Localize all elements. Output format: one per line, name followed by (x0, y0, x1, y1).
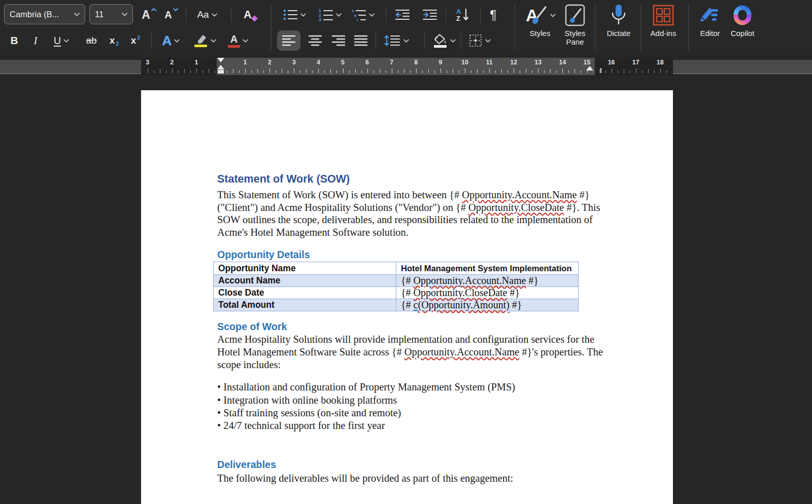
strikethrough-button[interactable]: ab (79, 29, 104, 52)
font-name-combo[interactable]: Cambria (B... (4, 4, 85, 24)
merge-field: Opportunity.Account.Name (414, 275, 526, 286)
show-paragraph-marks-button[interactable]: ¶ (483, 5, 503, 24)
italic-button[interactable]: I (26, 29, 45, 52)
justify-button[interactable] (350, 30, 371, 51)
chevron-down-icon (450, 39, 456, 43)
ruler-tick (593, 70, 594, 73)
ruler-number: 6 (362, 59, 373, 66)
ruler-tick (190, 70, 191, 73)
bullet-item: 24/7 technical support for the first yea… (217, 419, 595, 432)
separator (480, 7, 481, 22)
table-value-cell[interactable]: Hotel Management System Implementation (396, 262, 579, 275)
copilot-label: Copilot (731, 29, 755, 38)
ruler-tick (209, 69, 209, 73)
borders-button[interactable] (464, 29, 495, 52)
chevron-down-icon (403, 39, 409, 43)
separator (461, 31, 461, 49)
ruler-tick (215, 70, 215, 73)
ruler-tick (465, 68, 465, 73)
text-run: {# (401, 275, 414, 286)
ruler-number: 13 (533, 59, 543, 66)
styles-pane-button[interactable]: Styles Pane (559, 3, 591, 53)
table-label-cell[interactable]: Opportunity Name (214, 262, 396, 275)
increase-indent-button[interactable] (417, 5, 443, 24)
font-color-button[interactable]: A (222, 29, 254, 52)
shrink-font-button[interactable]: A (160, 5, 183, 24)
ruler-tick (336, 70, 337, 73)
shading-button[interactable] (428, 29, 460, 52)
ruler-tick (556, 70, 557, 73)
addins-button[interactable]: Add-ins (647, 3, 680, 53)
borders-icon (468, 33, 483, 48)
sort-button[interactable]: A Z (450, 5, 475, 24)
chevron-down-icon (74, 13, 80, 16)
doc-heading: Deliverables (217, 459, 595, 470)
first-line-indent-marker[interactable] (217, 58, 224, 62)
align-center-icon (308, 34, 323, 47)
doc-heading: Statement of Work (SOW) (217, 171, 595, 187)
ruler-tick (300, 70, 300, 73)
numbering-button[interactable]: 123 (315, 5, 345, 24)
superscript-button[interactable]: x 2 (125, 29, 146, 52)
bold-button[interactable]: B (4, 29, 24, 52)
copilot-button[interactable]: Copilot (726, 3, 759, 53)
multilevel-list-button[interactable]: 1ai (347, 5, 379, 24)
sort-az-icon: A Z (455, 8, 469, 22)
text-run: Acme's Hotel Management Software solutio… (217, 227, 409, 238)
text-run: scope includes: (217, 359, 281, 370)
dictate-button[interactable]: Dictate (602, 3, 635, 53)
table-value-cell[interactable]: {# Opportunity.CloseDate #} (396, 287, 579, 299)
grow-font-button[interactable]: A (138, 5, 160, 24)
doc-line: Acme's Hotel Management Software solutio… (217, 226, 595, 239)
ruler-tick (282, 69, 282, 73)
pink-diamond-icon (251, 15, 258, 22)
change-case-button[interactable]: Aa (192, 5, 222, 24)
subscript-button[interactable]: x 2 (104, 29, 125, 52)
ruler-tick (422, 70, 423, 73)
document-page[interactable]: Statement of Work (SOW)This Statement of… (141, 90, 673, 504)
align-left-button[interactable] (277, 30, 300, 51)
ruler-tick (495, 70, 496, 73)
clear-formatting-button[interactable]: A (238, 5, 263, 24)
ruler-tick (459, 70, 459, 73)
text-effects-button[interactable]: A (155, 29, 187, 52)
numbered-list-icon: 123 (318, 8, 333, 21)
align-center-button[interactable] (304, 30, 326, 51)
font-size-combo[interactable]: 11 (89, 4, 133, 24)
styles-button[interactable]: A Styles (520, 3, 560, 53)
editor-button[interactable]: Editor (694, 3, 726, 53)
svg-text:3: 3 (319, 17, 321, 21)
merge-field: Opportunity.CloseDate (468, 202, 564, 213)
table-label-cell[interactable]: Total Amount (214, 299, 396, 311)
ruler-tick (294, 68, 294, 73)
styles-label: Styles (530, 29, 551, 38)
doc-paragraph: This Statement of Work (SOW) is entered … (217, 189, 595, 238)
align-left-icon (281, 34, 296, 47)
doc-content: Statement of Work (SOW)This Statement of… (217, 171, 595, 484)
table-label-cell[interactable]: Close Date (214, 287, 396, 299)
underline-button[interactable]: U (47, 29, 76, 52)
ruler-number: 15 (582, 59, 592, 66)
ruler-number: 7 (387, 59, 397, 66)
ruler-tick (221, 68, 221, 73)
chevron-down-icon (63, 39, 69, 43)
line-spacing-button[interactable] (380, 29, 413, 52)
superscript-icon: x (131, 35, 137, 46)
ruler-tick (581, 70, 581, 73)
highlight-color-button[interactable] (189, 29, 220, 52)
ruler-tick (618, 70, 618, 73)
bullets-button[interactable] (279, 5, 310, 24)
text-run: {# (401, 299, 414, 310)
table-label-cell[interactable]: Account Name (214, 275, 396, 287)
decrease-indent-button[interactable] (390, 5, 415, 24)
table-value-cell[interactable]: {# Opportunity.Account.Name #} (396, 275, 579, 287)
chevron-down-icon (336, 13, 342, 17)
text-run: #} (526, 275, 539, 286)
ruler-tick (544, 70, 545, 73)
table-value-cell[interactable]: {# c(Opportunity.Amount) #} (396, 299, 579, 311)
ruler-tick (538, 68, 538, 73)
ruler-number: 17 (631, 59, 641, 66)
ruler-tick (343, 68, 344, 73)
chevron-down-icon (369, 13, 375, 17)
align-right-button[interactable] (328, 30, 349, 51)
